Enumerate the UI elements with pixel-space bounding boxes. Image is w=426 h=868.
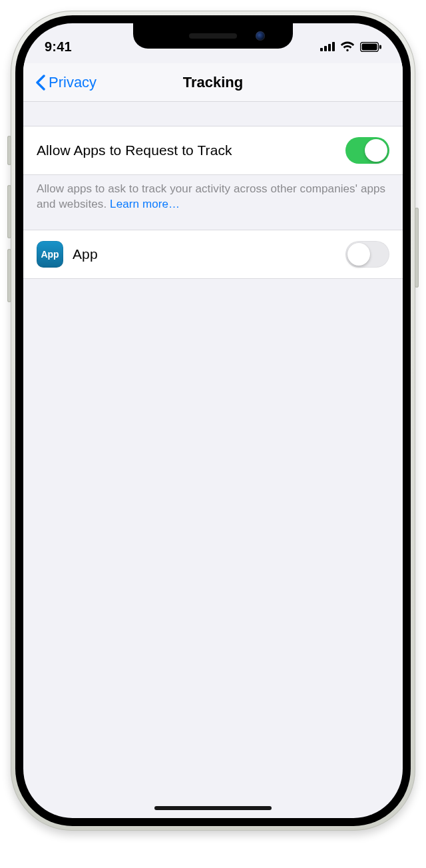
app-tracking-row: App App xyxy=(23,230,403,279)
front-camera xyxy=(256,31,265,41)
allow-tracking-footer: Allow apps to ask to track your activity… xyxy=(23,175,403,230)
volume-down-button xyxy=(7,249,11,302)
toggle-knob xyxy=(365,139,387,162)
svg-rect-6 xyxy=(379,45,381,49)
home-indicator[interactable] xyxy=(154,806,272,810)
chevron-left-icon xyxy=(35,75,46,91)
nav-bar: Privacy Tracking xyxy=(23,63,403,102)
volume-up-button xyxy=(7,185,11,238)
svg-rect-3 xyxy=(332,42,335,51)
content: Allow Apps to Request to Track Allow app… xyxy=(23,102,403,279)
svg-rect-2 xyxy=(328,44,331,51)
notch xyxy=(133,23,293,49)
svg-rect-0 xyxy=(320,48,323,51)
ring-switch xyxy=(7,136,11,165)
back-button[interactable]: Privacy xyxy=(29,63,103,101)
svg-rect-1 xyxy=(324,46,327,51)
wifi-icon xyxy=(340,41,355,52)
power-button xyxy=(415,208,419,288)
allow-tracking-label: Allow Apps to Request to Track xyxy=(37,142,232,158)
svg-rect-5 xyxy=(362,43,377,50)
device-frame: 9:41 xyxy=(11,11,415,831)
back-label: Privacy xyxy=(49,74,97,91)
status-time: 9:41 xyxy=(45,39,72,55)
battery-icon xyxy=(360,42,381,52)
screen: 9:41 xyxy=(23,23,403,818)
status-indicators xyxy=(320,41,381,52)
toggle-knob xyxy=(347,243,370,266)
page-title: Tracking xyxy=(183,74,243,91)
cellular-icon xyxy=(320,42,335,51)
app-tracking-toggle[interactable] xyxy=(345,241,389,268)
footer-text: Allow apps to ask to track your activity… xyxy=(37,182,385,210)
speaker-grill xyxy=(189,33,237,39)
app-name: App xyxy=(73,246,98,262)
allow-tracking-toggle[interactable] xyxy=(345,137,389,164)
app-icon: App xyxy=(37,241,63,268)
allow-tracking-row: Allow Apps to Request to Track xyxy=(23,126,403,175)
learn-more-link[interactable]: Learn more… xyxy=(110,198,180,210)
